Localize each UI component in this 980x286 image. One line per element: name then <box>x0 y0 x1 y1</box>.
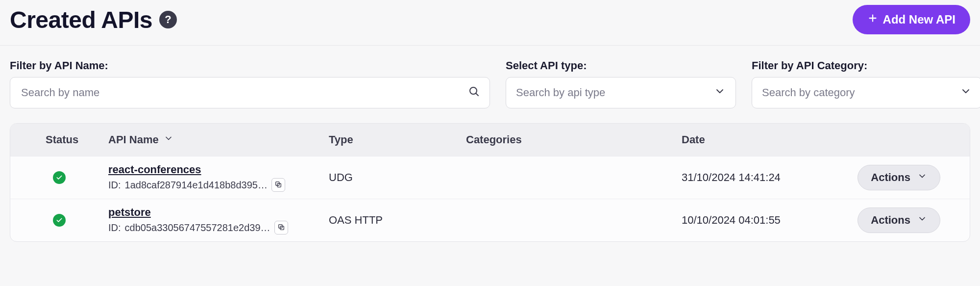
filter-by-category-group: Filter by API Category: Search by catego… <box>752 59 980 108</box>
filter-by-type-label: Select API type: <box>506 59 736 72</box>
chevron-down-icon <box>714 85 726 100</box>
search-icon <box>468 85 480 100</box>
api-type-cell: OAS HTTP <box>329 214 466 227</box>
chevron-down-icon <box>164 133 173 146</box>
filter-by-name-control[interactable] <box>10 77 490 108</box>
search-by-name-input[interactable] <box>20 86 468 100</box>
status-ok-icon <box>53 214 66 227</box>
api-name-link[interactable]: react-conferences <box>108 163 329 176</box>
row-actions-button[interactable]: Actions <box>858 165 940 190</box>
filter-by-category-label: Filter by API Category: <box>752 59 980 72</box>
add-new-api-label: Add New API <box>883 13 956 26</box>
filters-row: Filter by API Name: Select API type: Sea… <box>0 46 980 117</box>
api-type-cell: UDG <box>329 171 466 184</box>
filter-by-name-group: Filter by API Name: <box>10 59 490 108</box>
api-id-prefix: ID: <box>108 180 121 191</box>
row-actions-label: Actions <box>871 171 910 184</box>
chevron-down-icon <box>960 85 972 100</box>
col-header-api-name[interactable]: API Name <box>108 133 329 146</box>
copy-icon <box>277 223 285 233</box>
table-row: petstore ID: cdb05a33056747557281e2d39… … <box>10 199 970 241</box>
svg-line-3 <box>476 94 479 96</box>
col-header-type: Type <box>329 133 466 146</box>
api-name-cell: petstore ID: cdb05a33056747557281e2d39… <box>108 206 329 234</box>
api-id-prefix: ID: <box>108 222 121 234</box>
status-cell <box>10 214 108 227</box>
table-header-row: Status API Name Type Categories Date <box>10 124 970 156</box>
api-name-link[interactable]: petstore <box>108 206 329 219</box>
apis-table: Status API Name Type Categories Date <box>10 123 970 242</box>
copy-id-button[interactable] <box>274 221 288 234</box>
row-actions-button[interactable]: Actions <box>858 208 940 233</box>
api-date-cell: 31/10/2024 14:41:24 <box>682 171 843 184</box>
row-actions-label: Actions <box>871 214 910 227</box>
status-cell <box>10 171 108 184</box>
col-header-date: Date <box>682 133 843 146</box>
status-ok-icon <box>53 171 66 184</box>
api-date-cell: 10/10/2024 04:01:55 <box>682 214 843 227</box>
filter-by-category-select[interactable]: Search by category <box>752 77 980 108</box>
chevron-down-icon <box>917 171 927 184</box>
copy-icon <box>274 181 282 190</box>
add-new-api-button[interactable]: Add New API <box>853 5 970 34</box>
filter-by-type-select[interactable]: Search by api type <box>506 77 736 108</box>
col-header-categories: Categories <box>466 133 682 146</box>
api-id-value: 1ad8caf287914e1d418b8d395… <box>125 180 268 191</box>
chevron-down-icon <box>917 214 927 227</box>
col-header-status: Status <box>10 133 108 146</box>
filter-by-type-group: Select API type: Search by api type <box>506 59 736 108</box>
help-icon[interactable]: ? <box>159 11 177 28</box>
page-title: Created APIs <box>10 6 152 33</box>
filter-by-name-label: Filter by API Name: <box>10 59 490 72</box>
api-id-value: cdb05a33056747557281e2d39… <box>125 222 270 234</box>
table-row: react-conferences ID: 1ad8caf287914e1d41… <box>10 156 970 199</box>
page-header: Created APIs ? Add New API <box>0 0 980 46</box>
plus-icon <box>867 13 878 26</box>
filter-by-category-placeholder: Search by category <box>762 86 855 99</box>
filter-by-type-placeholder: Search by api type <box>516 86 605 99</box>
copy-id-button[interactable] <box>271 178 285 192</box>
api-name-cell: react-conferences ID: 1ad8caf287914e1d41… <box>108 163 329 192</box>
